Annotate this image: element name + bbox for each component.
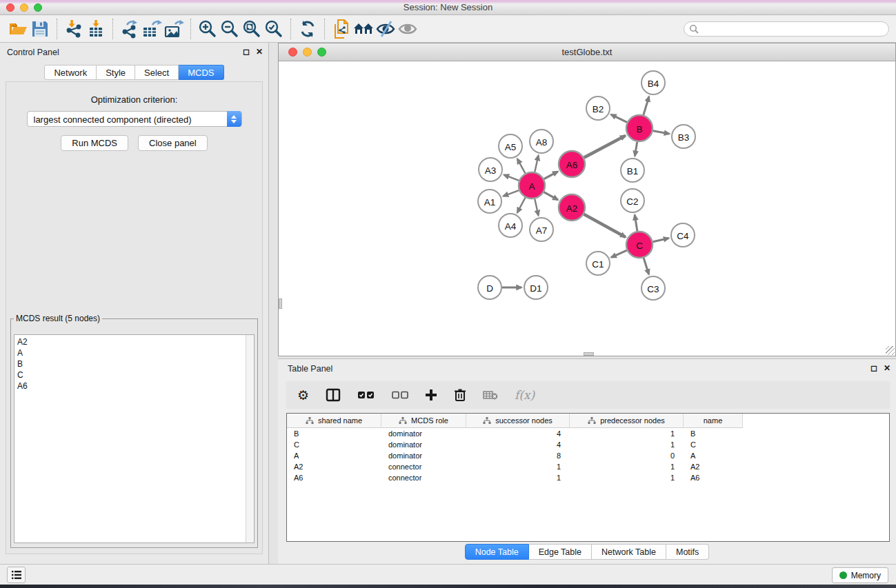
table-cell[interactable]: B	[684, 428, 743, 439]
graph-node-A5[interactable]	[499, 134, 522, 158]
column-header-shared-name[interactable]: shared name	[287, 414, 381, 428]
graph-node-A3[interactable]	[479, 158, 502, 181]
export-table-icon[interactable]	[141, 18, 163, 40]
table-tab-motifs[interactable]: Motifs	[666, 544, 709, 560]
table-cell[interactable]: 1	[466, 461, 570, 472]
graph-node-B2[interactable]	[586, 97, 610, 120]
tab-select[interactable]: Select	[135, 65, 179, 80]
graph-node-C2[interactable]	[621, 189, 644, 212]
zoom-fit-icon[interactable]	[241, 18, 263, 40]
network-canvas[interactable]: B4B2BB3A8A5A6A3B1AA1C2A2A4A7C4CC1C3DD1	[279, 61, 895, 356]
graph-edge-A2-C[interactable]	[584, 214, 626, 237]
table-row[interactable]: Cdominator41C	[287, 439, 889, 450]
graph-node-C3[interactable]	[641, 276, 665, 300]
graph-node-C[interactable]	[626, 232, 653, 258]
table-cell[interactable]: B	[287, 428, 381, 439]
graph-edge-B-B2[interactable]	[611, 114, 627, 122]
zoom-out-icon[interactable]	[219, 18, 241, 40]
export-image-icon[interactable]	[163, 18, 185, 40]
table-cell[interactable]: 4	[466, 439, 570, 450]
graph-edge-C-C4[interactable]	[653, 239, 669, 242]
tab-mcds[interactable]: MCDS	[179, 65, 223, 80]
save-session-icon[interactable]	[29, 18, 51, 40]
mcds-result-item[interactable]: A	[17, 347, 254, 358]
import-network-icon[interactable]	[63, 18, 85, 40]
column-header-predecessor-nodes[interactable]: predecessor nodes	[570, 414, 684, 428]
graph-edge-C-C2[interactable]	[635, 215, 637, 231]
graph-edge-A-A1[interactable]	[504, 190, 519, 196]
table-settings-icon[interactable]: ⚙	[297, 387, 309, 403]
table-cell[interactable]: 1	[466, 472, 570, 483]
show-columns-icon[interactable]	[326, 387, 341, 403]
table-cell[interactable]: C	[684, 439, 743, 450]
export-network-icon[interactable]	[119, 18, 141, 40]
mcds-list-scrollbar[interactable]	[246, 335, 254, 543]
graph-edge-A-A5[interactable]	[517, 159, 525, 173]
table-row[interactable]: Bdominator41B	[287, 428, 889, 439]
resize-grip[interactable]	[886, 346, 895, 355]
graph-node-A8[interactable]	[530, 130, 553, 153]
table-cell[interactable]: 1	[570, 461, 684, 472]
table-cell[interactable]: A	[684, 450, 743, 461]
graph-edge-A6-B[interactable]	[584, 136, 626, 158]
mcds-result-item[interactable]: A6	[17, 381, 254, 392]
graph-edge-A-A4[interactable]	[517, 198, 526, 213]
close-panel-icon[interactable]: ✕	[256, 47, 263, 57]
graph-edge-B-B1[interactable]	[635, 142, 637, 156]
table-tab-edge-table[interactable]: Edge Table	[529, 544, 592, 560]
mcds-result-item[interactable]: B	[17, 358, 254, 369]
graph-node-B3[interactable]	[672, 125, 695, 148]
vertical-scroll-thumb[interactable]	[279, 298, 282, 309]
table-cell[interactable]: A6	[684, 472, 743, 483]
tab-style[interactable]: Style	[97, 65, 135, 80]
table-row[interactable]: A6connector11A6	[287, 472, 889, 483]
graph-node-B4[interactable]	[641, 71, 665, 94]
table-cell[interactable]: connector	[381, 461, 466, 472]
refresh-layout-icon[interactable]	[297, 18, 319, 40]
zoom-in-icon[interactable]	[197, 18, 219, 40]
table-cell[interactable]: dominator	[381, 439, 466, 450]
horizontal-scroll-thumb[interactable]	[584, 352, 594, 356]
table-cell[interactable]: 1	[570, 428, 684, 439]
graph-node-D[interactable]	[478, 276, 501, 299]
table-cell[interactable]: 8	[466, 450, 570, 461]
graph-node-A6[interactable]	[559, 151, 585, 177]
close-panel-icon[interactable]: ✕	[884, 363, 890, 373]
graph-node-B1[interactable]	[621, 159, 644, 182]
mcds-result-item[interactable]: A2	[17, 336, 254, 347]
import-table-icon[interactable]	[85, 18, 107, 40]
graph-edge-A-A7[interactable]	[535, 199, 538, 216]
select-all-icon[interactable]	[357, 387, 375, 403]
table-row[interactable]: A2connector11A2	[287, 461, 889, 472]
column-header-successor-nodes[interactable]: successor nodes	[466, 414, 570, 428]
zoom-selected-icon[interactable]	[263, 18, 285, 40]
table-cell[interactable]: 4	[466, 428, 570, 439]
search-input[interactable]	[684, 21, 889, 37]
graph-node-A[interactable]	[519, 172, 545, 199]
memory-button[interactable]: Memory	[832, 567, 888, 583]
column-header-mcds-role[interactable]: MCDS role	[381, 414, 466, 428]
open-session-icon[interactable]	[7, 18, 29, 40]
graph-node-C4[interactable]	[671, 223, 695, 247]
graph-edge-A-A3[interactable]	[504, 175, 519, 181]
table-cell[interactable]: 1	[570, 439, 684, 450]
table-cell[interactable]: 0	[570, 450, 684, 461]
graph-edge-A-A2[interactable]	[544, 192, 558, 200]
table-tab-node-table[interactable]: Node Table	[465, 544, 529, 560]
graph-edge-C-C1[interactable]	[611, 250, 627, 257]
graph-node-A4[interactable]	[499, 214, 522, 237]
graph-node-A2[interactable]	[559, 194, 585, 221]
float-panel-icon[interactable]: ◻	[243, 47, 250, 57]
table-cell[interactable]: C	[287, 439, 381, 450]
mcds-result-item[interactable]: C	[17, 369, 254, 381]
graph-edge-B-B3[interactable]	[653, 131, 670, 134]
run-mcds-button[interactable]: Run MCDS	[61, 135, 128, 151]
add-row-icon[interactable]	[425, 387, 437, 403]
table-tab-network-table[interactable]: Network Table	[592, 544, 666, 560]
graph-node-B[interactable]	[626, 115, 653, 141]
table-cell[interactable]: A2	[684, 461, 743, 472]
graph-node-C1[interactable]	[586, 252, 610, 275]
table-cell[interactable]: 1	[570, 472, 684, 483]
clone-network-icon[interactable]	[330, 18, 352, 40]
criterion-select[interactable]: largest connected component (directed)	[27, 111, 242, 127]
